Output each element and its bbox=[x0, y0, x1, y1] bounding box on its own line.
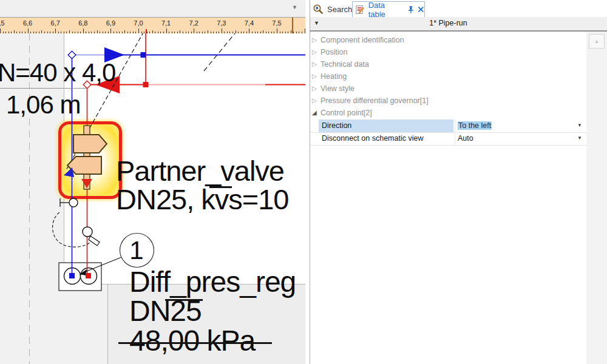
data-table-icon bbox=[355, 5, 365, 15]
return-node-square[interactable] bbox=[143, 82, 149, 87]
data-table-panel: Search Data table ▼ 1* Pipe-run ▷ Compo bbox=[305, 0, 607, 364]
scroll-up-button[interactable]: ▲ bbox=[589, 34, 605, 49]
disconnect-value-dropdown[interactable]: Auto ▼ bbox=[455, 132, 587, 145]
chevron-down-icon[interactable]: ▼ bbox=[292, 4, 297, 10]
pressure-value-label: 48,00 kPa bbox=[129, 326, 255, 356]
diff-pres-reg-size-label: DN25 bbox=[129, 297, 202, 326]
expander-icon[interactable]: ▷ bbox=[312, 61, 317, 67]
direction-value-dropdown[interactable]: To the left ▼ bbox=[455, 120, 587, 132]
magnifier-icon bbox=[313, 4, 324, 15]
partner-valve-size-label: DN25, kvs=10 bbox=[116, 185, 289, 214]
pipe-length-text: 1,06 m bbox=[6, 92, 80, 118]
ruler-label: 6,5 bbox=[0, 19, 5, 27]
ruler-label: 6,8 bbox=[78, 19, 87, 27]
section-heating[interactable]: ▷ Heating bbox=[310, 71, 586, 83]
section-pressure-differential-governor[interactable]: ▷ Pressure differential governor[1] bbox=[310, 95, 586, 107]
section-control-point[interactable]: ◢ Control point[2] bbox=[310, 107, 586, 120]
supply-direction-arrow bbox=[64, 167, 74, 177]
tab-data-table-label: Data table bbox=[368, 1, 404, 19]
diff-pres-reg-label: Diff_pres_reg bbox=[129, 268, 296, 297]
leader-line-top-right bbox=[204, 33, 249, 71]
ruler-label: 6,6 bbox=[23, 19, 32, 27]
chevron-down-icon[interactable]: ▼ bbox=[577, 135, 582, 141]
drawing-toolbar-strip: ▼ bbox=[0, 0, 305, 17]
disconnect-label-cell[interactable]: Disconnect on schematic view bbox=[319, 132, 453, 145]
sensor-symbol-return[interactable] bbox=[83, 227, 100, 246]
expander-icon[interactable]: ▷ bbox=[312, 73, 317, 79]
close-icon[interactable] bbox=[418, 6, 424, 13]
section-component-identification[interactable]: ▷ Component identification bbox=[310, 35, 586, 47]
tab-data-table[interactable]: Data table bbox=[352, 1, 425, 17]
ruler-position-marker bbox=[292, 18, 293, 34]
ruler-label: 7,5 bbox=[272, 19, 281, 27]
ruler-label: 7,2 bbox=[189, 19, 198, 27]
partner-valve-symbol[interactable] bbox=[64, 126, 107, 189]
section-view-style[interactable]: ▷ View style bbox=[310, 83, 586, 95]
pipe-dimension-text: N=40 x 4,0 bbox=[0, 60, 115, 86]
strikethrough-line bbox=[118, 342, 272, 344]
property-row-direction: Direction To the left ▼ bbox=[310, 120, 586, 133]
ruler-label: 7,1 bbox=[161, 19, 171, 27]
panel-scrollbar[interactable]: ▲ bbox=[586, 32, 607, 364]
chevron-down-icon[interactable]: ▼ bbox=[577, 123, 582, 128]
property-panel-header: ▼ 1* Pipe-run bbox=[310, 17, 607, 30]
header-separator bbox=[310, 30, 607, 32]
expander-icon[interactable]: ▷ bbox=[312, 85, 317, 92]
balloon-number: 1 bbox=[129, 236, 143, 265]
expander-expanded-icon[interactable]: ◢ bbox=[312, 109, 317, 116]
supply-node-square[interactable] bbox=[141, 52, 146, 58]
schematic-canvas[interactable]: 1 N=40 x 4,0 1,06 m Partner_valve DN25, … bbox=[0, 33, 305, 364]
direction-label-cell[interactable]: Direction bbox=[319, 120, 453, 132]
ruler-label: 7,3 bbox=[217, 19, 226, 27]
pin-icon[interactable] bbox=[407, 5, 415, 14]
supply-endpoint-diamond[interactable] bbox=[68, 51, 76, 59]
tab-search-label: Search bbox=[327, 5, 352, 14]
horizontal-ruler: 6,56,66,76,86,97,07,17,27,37,47,5 bbox=[0, 17, 305, 34]
section-technical-data[interactable]: ▷ Technical data bbox=[310, 59, 586, 71]
ruler-label: 7,4 bbox=[245, 19, 254, 27]
section-position[interactable]: ▷ Position bbox=[310, 47, 586, 59]
direction-value[interactable]: To the left bbox=[458, 121, 492, 130]
expander-icon[interactable]: ▷ bbox=[312, 36, 317, 43]
underscore-overlap-mark-2 bbox=[165, 299, 203, 301]
drawing-pane: ▼ 6,56,66,76,86,97,07,17,27,37,47,5 bbox=[0, 0, 305, 364]
return-direction-arrow bbox=[81, 179, 92, 188]
expander-icon[interactable]: ▷ bbox=[312, 49, 317, 55]
dimension-divider-line bbox=[0, 88, 87, 89]
tab-search[interactable]: Search bbox=[313, 1, 352, 17]
ruler-label: 7,0 bbox=[134, 19, 143, 27]
disconnect-value[interactable]: Auto bbox=[458, 134, 473, 143]
ruler-label: 6,9 bbox=[106, 19, 115, 27]
supply-port-square bbox=[69, 273, 75, 278]
selected-object-title: 1* Pipe-run bbox=[310, 19, 586, 27]
ruler-label: 6,7 bbox=[51, 19, 60, 27]
partner-valve-label: Partner_valve bbox=[116, 157, 284, 185]
property-row-disconnect: Disconnect on schematic view Auto ▼ bbox=[310, 132, 586, 146]
underscore-overlap-mark bbox=[209, 186, 232, 188]
return-port-square bbox=[86, 273, 91, 278]
valve-symbol-supply[interactable] bbox=[60, 198, 78, 207]
expander-icon[interactable]: ▷ bbox=[312, 97, 317, 104]
